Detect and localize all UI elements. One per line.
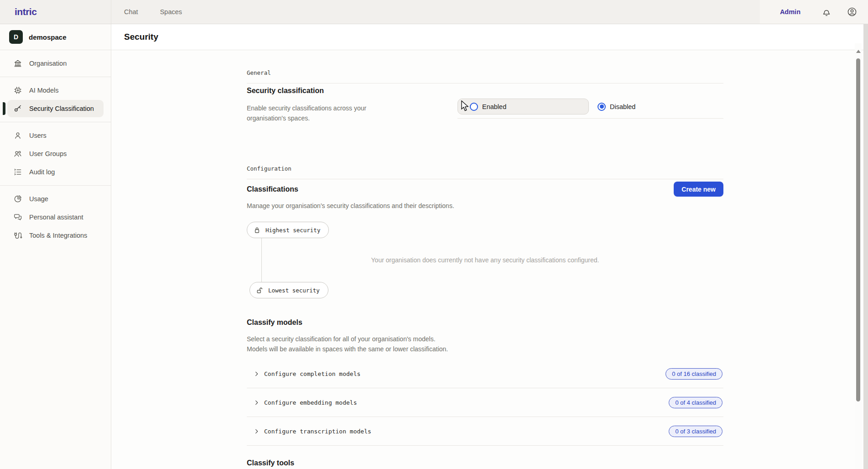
sidebar-divider — [0, 185, 111, 186]
window-edge — [863, 24, 868, 469]
classify-tools-title: Classify tools — [247, 459, 294, 467]
admin-button[interactable]: Admin — [774, 5, 807, 18]
highest-security-label: Highest security — [265, 227, 320, 234]
topbar-right-panel: Admin — [760, 0, 868, 24]
intric-logo: intric — [15, 6, 36, 17]
configure-transcription-models-row[interactable]: Configure transcription models 0 of 3 cl… — [247, 417, 723, 446]
sidebar-item-label: Organisation — [29, 60, 67, 67]
classify-models-title: Classify models — [247, 318, 302, 327]
divider — [247, 179, 723, 179]
page-header: Security — [111, 24, 868, 50]
status-badge: 0 of 16 classified — [665, 368, 722, 380]
divider — [247, 83, 723, 83]
top-navigation: Chat Spaces — [111, 8, 760, 16]
chip-icon — [13, 86, 22, 95]
general-section-label: General — [247, 69, 271, 76]
plug-cable-icon — [13, 231, 22, 240]
notifications-button[interactable] — [821, 6, 832, 18]
sidebar-item-users[interactable]: Users — [7, 127, 104, 144]
sidebar-item-tools-integrations[interactable]: Tools & Integrations — [7, 227, 104, 244]
workspace-switcher[interactable]: D demospace — [0, 24, 111, 50]
classifications-title: Classifications — [247, 185, 298, 193]
building-icon — [13, 59, 22, 68]
chevron-right-icon — [253, 399, 260, 406]
lock-open-icon — [256, 287, 264, 294]
status-badge: 0 of 4 classified — [669, 397, 722, 408]
sidebar-item-personal-assistant[interactable]: Personal assistant — [7, 208, 104, 226]
sidebar-item-ai-models[interactable]: AI Models — [7, 82, 104, 99]
sidebar-item-usage[interactable]: Usage — [7, 190, 104, 208]
sidebar-item-label: Personal assistant — [29, 214, 83, 221]
chat-bubbles-icon — [13, 213, 22, 222]
lowest-security-label: Lowest security — [268, 287, 320, 294]
nav-spaces[interactable]: Spaces — [160, 8, 182, 16]
chevron-right-icon — [253, 370, 260, 377]
status-badge: 0 of 3 classified — [669, 426, 722, 437]
scrollbar-track[interactable] — [855, 43, 862, 469]
classify-models-description-line2: Models will be available in spaces with … — [247, 344, 448, 354]
sidebar-item-label: Usage — [29, 195, 48, 203]
logo-section: intric — [0, 0, 111, 24]
sidebar-item-label: AI Models — [29, 87, 58, 94]
content-container: General Security classification Enable s… — [247, 50, 723, 469]
sidebar-item-label: Security Classification — [29, 105, 94, 112]
users-icon — [13, 149, 22, 158]
main-area: Security General Security classification… — [111, 24, 868, 469]
scrollbar-thumb[interactable] — [856, 58, 860, 401]
sidebar-item-label: Audit log — [29, 168, 55, 176]
lowest-security-pill: Lowest security — [249, 282, 328, 298]
page-title: Security — [124, 32, 158, 42]
radio-icon-enabled[interactable] — [470, 103, 478, 111]
radio-option-enabled[interactable]: Enabled — [457, 99, 589, 115]
sidebar-item-label: Users — [29, 132, 47, 139]
audit-list-icon — [13, 167, 22, 177]
sidebar-item-label: Tools & Integrations — [29, 232, 87, 239]
sidebar-item-user-groups[interactable]: User Groups — [7, 145, 104, 162]
pie-chart-icon — [13, 194, 22, 203]
sidebar-divider — [0, 77, 111, 77]
chevron-right-icon — [253, 428, 260, 435]
bell-icon — [821, 6, 832, 17]
sidebar: D demospace Organisation AI Models Secur… — [0, 24, 111, 469]
classifications-empty-state: Your organisation does currently not hav… — [247, 256, 723, 264]
page-content: General Security classification Enable s… — [111, 50, 868, 469]
nav-chat[interactable]: Chat — [124, 8, 138, 16]
key-icon — [13, 104, 22, 113]
configure-completion-models-row[interactable]: Configure completion models 0 of 16 clas… — [247, 360, 723, 388]
security-classification-description: Enable security classifications across y… — [247, 103, 393, 123]
scrollbar-up-arrow[interactable] — [856, 50, 861, 53]
configuration-section-label: Configuration — [247, 165, 291, 172]
radio-label-enabled: Enabled — [482, 103, 506, 110]
row-label: Configure completion models — [264, 370, 665, 377]
classifications-description: Manage your organisation's security clas… — [247, 201, 520, 211]
classify-models-rows: Configure completion models 0 of 16 clas… — [247, 360, 723, 446]
sidebar-item-label: User Groups — [29, 150, 67, 157]
row-label: Configure transcription models — [264, 428, 669, 435]
configure-embedding-models-row[interactable]: Configure embedding models 0 of 4 classi… — [247, 388, 723, 417]
classify-models-description-line1: Select a security classification for all… — [247, 334, 436, 344]
highest-security-pill: Highest security — [247, 222, 329, 238]
create-new-button[interactable]: Create new — [674, 182, 723, 197]
lock-closed-icon — [253, 226, 261, 234]
workspace-name: demospace — [29, 33, 67, 41]
radio-icon-disabled[interactable] — [598, 103, 606, 111]
radio-option-disabled[interactable]: Disabled — [598, 99, 635, 115]
workspace-avatar: D — [9, 30, 23, 44]
account-button[interactable] — [846, 6, 858, 18]
user-icon — [13, 131, 22, 140]
sidebar-item-security-classification[interactable]: Security Classification — [7, 100, 104, 117]
sidebar-nav: Organisation AI Models Security Classifi… — [0, 50, 111, 244]
sidebar-divider — [0, 122, 111, 122]
sidebar-item-organisation[interactable]: Organisation — [7, 55, 104, 72]
radio-label-disabled: Disabled — [610, 103, 635, 110]
person-circle-icon — [847, 6, 858, 17]
security-classification-title: Security classification — [247, 87, 324, 95]
top-bar: intric Chat Spaces Admin — [0, 0, 868, 24]
row-label: Configure embedding models — [264, 399, 669, 406]
divider — [457, 118, 723, 119]
sidebar-item-audit-log[interactable]: Audit log — [7, 163, 104, 181]
